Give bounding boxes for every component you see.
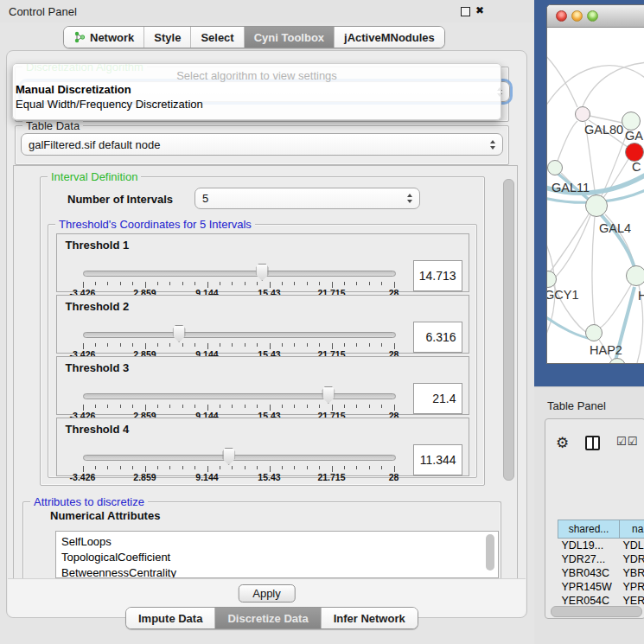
tick-mark bbox=[369, 343, 370, 347]
settings-vertical-scrollbar[interactable] bbox=[503, 179, 514, 481]
table-row[interactable]: YDR27...YDR2 bbox=[558, 552, 644, 566]
network-window-titlebar[interactable] bbox=[547, 5, 644, 28]
table-data-combo[interactable]: galFiltered.sif default node bbox=[21, 133, 503, 156]
table-body: YDL19...YDL1YDR27...YDR2YBR043CYBR0YPR14… bbox=[558, 539, 644, 605]
attributes-list-scrollbar[interactable] bbox=[486, 534, 494, 571]
tick-mark bbox=[394, 282, 395, 288]
network-canvas[interactable]: GAL80GACGAL11GAL4GCY1HHAP2 bbox=[547, 28, 644, 363]
network-node[interactable] bbox=[626, 265, 644, 286]
network-node-label: GAL80 bbox=[584, 123, 623, 137]
table-cell[interactable]: YDR2 bbox=[620, 552, 644, 566]
algorithm-option-equal-width[interactable]: Equal Width/Frequency Discretization bbox=[13, 97, 501, 112]
close-traffic-light[interactable] bbox=[556, 10, 567, 22]
algorithm-option-manual[interactable]: Manual Discretization bbox=[13, 82, 501, 97]
table-cell[interactable]: YER054C bbox=[558, 594, 620, 604]
network-node[interactable] bbox=[625, 143, 644, 162]
threshold-slider-2[interactable]: -3.4262.8599.14415.4321.71528 bbox=[83, 325, 394, 354]
tick-mark bbox=[95, 405, 96, 408]
tick-mark bbox=[294, 466, 295, 469]
network-node[interactable] bbox=[622, 112, 641, 131]
column-header-shared-name[interactable]: shared... bbox=[558, 520, 620, 539]
zoom-traffic-light[interactable] bbox=[587, 10, 598, 22]
table-cell[interactable]: YDL1 bbox=[620, 539, 644, 553]
threshold-slider-4[interactable]: -3.4262.8599.14415.4321.71528 bbox=[83, 448, 394, 477]
table-cell[interactable]: YER0 bbox=[620, 594, 644, 604]
attribute-item[interactable]: SelfLoops bbox=[56, 534, 498, 550]
apply-button[interactable]: Apply bbox=[238, 584, 296, 603]
table-cell[interactable]: YDL19... bbox=[558, 539, 620, 553]
tab-infer-network[interactable]: Infer Network bbox=[321, 608, 418, 628]
tab-network[interactable]: Network bbox=[64, 27, 143, 48]
tab-style[interactable]: Style bbox=[143, 27, 190, 48]
threshold-value-field[interactable]: 6.316 bbox=[413, 322, 462, 353]
table-cell[interactable]: YBR0 bbox=[620, 566, 644, 580]
tab-label: Style bbox=[154, 31, 181, 44]
control-panel-titlebar: Control Panel ✖ bbox=[0, 0, 534, 22]
table-row[interactable]: YBR043CYBR0 bbox=[558, 566, 644, 580]
table-panel-box: ⚙ ☑☑ shared... na YDL19...YDL1YDR27...YD… bbox=[545, 418, 644, 619]
table-horizontal-scrollbar[interactable] bbox=[551, 606, 642, 617]
tick-mark bbox=[232, 343, 233, 347]
threshold-label: Threshold 1 bbox=[66, 239, 130, 252]
number-of-intervals-combo[interactable]: 5 bbox=[194, 188, 420, 209]
threshold-value-field[interactable]: 21.4 bbox=[413, 383, 462, 414]
table-row[interactable]: YER054CYER0 bbox=[558, 594, 644, 604]
split-view-icon[interactable] bbox=[585, 436, 600, 450]
numerical-attributes-list[interactable]: SelfLoopsTopologicalCoefficientBetweenne… bbox=[55, 531, 499, 578]
tab-discretize-data[interactable]: Discretize Data bbox=[214, 608, 320, 628]
threshold-value-field[interactable]: 11.344 bbox=[413, 444, 462, 475]
table-cell[interactable]: YPR145W bbox=[558, 580, 620, 594]
network-node[interactable] bbox=[585, 324, 603, 341]
slider-track[interactable] bbox=[83, 393, 396, 399]
threshold-slider-3[interactable]: -3.4262.8599.14415.4321.71528 bbox=[83, 386, 394, 416]
network-view-window[interactable]: GAL80GACGAL11GAL4GCY1HHAP2 bbox=[546, 4, 644, 364]
network-node-label: GA bbox=[625, 129, 643, 143]
tick-mark bbox=[207, 466, 208, 472]
tab-select[interactable]: Select bbox=[190, 27, 243, 48]
minimize-traffic-light[interactable] bbox=[571, 10, 583, 22]
tick-mark bbox=[319, 282, 320, 285]
slider-track[interactable] bbox=[83, 455, 396, 461]
tick-mark bbox=[245, 405, 245, 408]
tick-mark bbox=[169, 343, 170, 347]
network-node[interactable] bbox=[547, 160, 563, 175]
attribute-item[interactable]: BetweennessCentrality bbox=[56, 565, 498, 578]
network-node[interactable] bbox=[575, 106, 590, 122]
network-node[interactable] bbox=[585, 194, 608, 217]
threshold-value-field[interactable]: 14.713 bbox=[413, 260, 462, 291]
tab-jactivemnodules[interactable]: jActiveMNodules bbox=[334, 27, 444, 48]
select-columns-icon[interactable]: ☑☑ bbox=[616, 435, 638, 448]
tick-mark bbox=[157, 466, 158, 469]
tick-mark bbox=[294, 343, 295, 347]
tab-cyni-toolbox[interactable]: Cyni Toolbox bbox=[244, 27, 334, 48]
tick-mark bbox=[194, 282, 195, 285]
close-icon[interactable]: ✖ bbox=[475, 4, 484, 16]
slider-thumb[interactable] bbox=[222, 448, 235, 465]
tick-mark bbox=[307, 282, 308, 285]
float-window-icon[interactable] bbox=[461, 7, 470, 16]
tab-impute-data[interactable]: Impute Data bbox=[126, 608, 214, 628]
table-cell[interactable]: YPR1 bbox=[620, 580, 644, 594]
network-icon bbox=[73, 31, 86, 43]
slider-thumb[interactable] bbox=[173, 325, 186, 342]
tab-label: Discretize Data bbox=[227, 612, 308, 625]
column-header-name[interactable]: na bbox=[620, 520, 644, 539]
table-cell[interactable]: YBR043C bbox=[558, 566, 620, 580]
attribute-item[interactable]: TopologicalCoefficient bbox=[56, 550, 498, 565]
threshold-slider-1[interactable]: -3.4262.8599.14415.4321.71528 bbox=[83, 264, 394, 293]
slider-thumb[interactable] bbox=[322, 386, 335, 404]
slider-thumb[interactable] bbox=[256, 264, 269, 281]
tick-mark bbox=[182, 343, 183, 347]
slider-track[interactable] bbox=[83, 332, 396, 338]
table-row[interactable]: YPR145WYPR1 bbox=[558, 580, 644, 594]
bottom-tab-bar: Impute Data Discretize Data Infer Networ… bbox=[125, 607, 418, 629]
interval-definition-group: Interval Definition Number of Intervals … bbox=[40, 176, 485, 486]
tick-mark bbox=[132, 405, 133, 408]
network-node-label: H bbox=[638, 289, 644, 303]
table-row[interactable]: YDL19...YDL1 bbox=[558, 539, 644, 553]
gear-icon[interactable]: ⚙ bbox=[556, 434, 569, 451]
table-cell[interactable]: YDR27... bbox=[558, 552, 620, 566]
tick-mark bbox=[207, 282, 208, 288]
slider-track[interactable] bbox=[83, 271, 396, 277]
tick-mark bbox=[120, 282, 121, 285]
